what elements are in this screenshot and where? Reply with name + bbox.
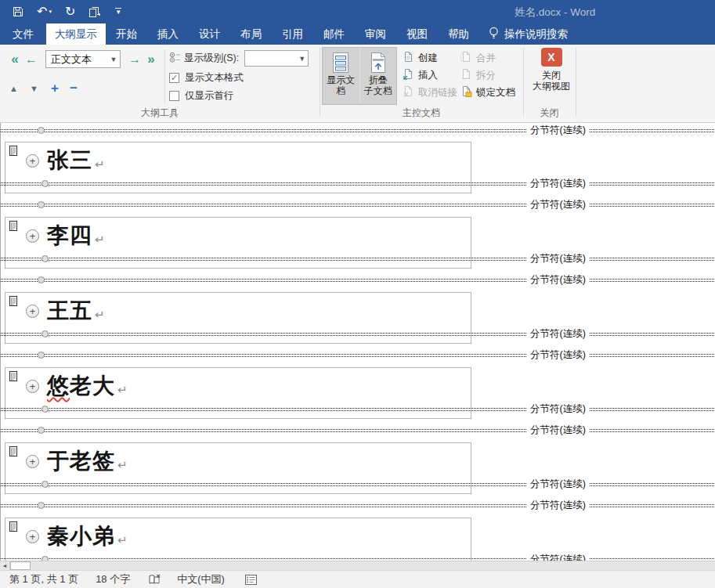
tab-开始[interactable]: 开始: [106, 23, 147, 45]
horizontal-scrollbar[interactable]: ◄: [0, 561, 715, 570]
tab-布局[interactable]: 布局: [230, 23, 272, 45]
tab-引用[interactable]: 引用: [272, 23, 313, 45]
body-text-marker[interactable]: [38, 427, 45, 434]
show-level-dropdown[interactable]: ▼: [244, 50, 309, 67]
paragraph-return-mark: ↵: [117, 458, 128, 472]
paragraph-return-mark: ↵: [95, 157, 105, 171]
ribbon: « ← 正文文本 ▼ → » ▲ ▼ + − 显示级别(S): ▼ ✓ 显示文本…: [0, 45, 715, 123]
subdocument-icon[interactable]: [9, 295, 18, 309]
show-document-button[interactable]: 显示文档: [323, 48, 359, 104]
section-break-label: 分节符(连续): [527, 553, 589, 561]
expand-heading-icon[interactable]: +: [26, 154, 39, 168]
save-icon[interactable]: [13, 6, 23, 17]
group-label-outline-tools: 大纲工具: [0, 106, 320, 120]
merge-subdocument-button: 合并: [460, 50, 496, 66]
tab-视图[interactable]: 视图: [396, 23, 438, 45]
show-text-format-checkbox[interactable]: ✓: [169, 73, 179, 83]
customize-quick-access-icon[interactable]: ▼: [115, 8, 121, 16]
scrollbar-thumb[interactable]: [10, 561, 31, 570]
tab-帮助[interactable]: 帮助: [438, 23, 479, 45]
heading-text[interactable]: 悠老大: [47, 372, 115, 400]
group-label-close: 关闭: [523, 106, 576, 120]
document-outline-area: +张三↵+李四↵+王五↵+悠老大↵+于老签↵+秦小弟↵分节符(连续)分节符(连续…: [0, 123, 715, 561]
body-text-marker[interactable]: [38, 276, 45, 283]
heading-text[interactable]: 于老签: [47, 447, 115, 475]
section-break-line: 分节符(连续): [1, 408, 715, 411]
show-level-row: 显示级别(S): ▼: [169, 50, 309, 67]
move-down-icon[interactable]: ▼: [28, 84, 40, 93]
outline-heading: +李四↵: [26, 222, 105, 250]
subdocument-icon[interactable]: [9, 145, 18, 159]
heading-text[interactable]: 王五: [47, 297, 92, 325]
subdocument-icon[interactable]: [9, 220, 18, 234]
body-text-marker[interactable]: [38, 201, 45, 208]
subdocument-icon[interactable]: [9, 446, 18, 460]
tab-设计[interactable]: 设计: [189, 23, 230, 45]
body-text-marker[interactable]: [42, 556, 49, 561]
expand-heading-icon[interactable]: +: [26, 305, 39, 318]
tab-邮件[interactable]: 邮件: [313, 23, 355, 45]
macro-record-icon[interactable]: [245, 575, 257, 585]
window-title: 姓名.docx - Word: [515, 5, 595, 20]
master-doc-toggle-buttons: 显示文档 折叠子文档: [322, 47, 397, 105]
tab-outline-active[interactable]: 大纲显示: [46, 23, 106, 45]
body-text-marker[interactable]: [42, 180, 49, 187]
outline-heading: +于老签↵: [26, 447, 128, 475]
expand-icon[interactable]: +: [49, 81, 61, 96]
language-status[interactable]: 中文(中国): [177, 572, 225, 586]
page-number-status[interactable]: 第 1 页, 共 1 页: [9, 572, 78, 586]
word-count-status[interactable]: 18 个字: [96, 572, 130, 586]
section-break-label: 分节符(连续): [527, 499, 589, 511]
body-text-marker[interactable]: [38, 502, 45, 509]
body-text-marker[interactable]: [38, 127, 45, 134]
heading-text[interactable]: 张三: [47, 146, 92, 175]
outline-heading: +张三↵: [26, 146, 105, 175]
show-first-line-checkbox[interactable]: [169, 91, 179, 101]
expand-heading-icon[interactable]: +: [26, 380, 39, 393]
subdocument-icon[interactable]: [9, 370, 18, 384]
insert-subdocument-button[interactable]: 插入: [403, 67, 438, 83]
unlink-icon: [403, 85, 414, 99]
outline-level-combobox[interactable]: 正文文本 ▼: [45, 50, 121, 68]
heading-text[interactable]: 秦小弟: [47, 522, 115, 550]
title-bar: ↶▾ ↻ ▼ 姓名.docx - Word: [0, 0, 715, 23]
create-subdocument-button[interactable]: 创建: [403, 50, 438, 66]
tab-search-box[interactable]: 操作说明搜索: [479, 23, 577, 45]
promote-to-heading1-icon[interactable]: «: [6, 52, 23, 67]
body-text-marker[interactable]: [38, 352, 45, 359]
misspelled-text: 悠: [47, 373, 70, 398]
body-text-marker[interactable]: [42, 481, 49, 488]
body-text-marker[interactable]: [42, 406, 49, 413]
document-pages-icon[interactable]: [88, 6, 102, 18]
outline-promote-row: « ← 正文文本 ▼ → »: [6, 50, 160, 68]
expand-heading-icon[interactable]: +: [26, 229, 39, 243]
show-first-line-label: 仅显示首行: [185, 89, 234, 103]
expand-heading-icon[interactable]: +: [26, 530, 39, 543]
collapse-icon[interactable]: −: [67, 81, 80, 96]
button-label: 创建: [418, 52, 438, 65]
close-outline-view-button[interactable]: X 关闭大纲视图: [531, 48, 572, 92]
expand-heading-icon[interactable]: +: [26, 455, 39, 468]
group-label-master-document: 主控文档: [320, 106, 523, 120]
move-up-icon[interactable]: ▲: [8, 84, 20, 93]
body-text-marker[interactable]: [42, 330, 49, 337]
demote-to-bodytext-icon[interactable]: »: [143, 52, 160, 67]
tab-插入[interactable]: 插入: [147, 23, 189, 45]
collapse-subdocuments-button[interactable]: 折叠子文档: [360, 48, 397, 104]
show-levels-icon: [169, 52, 181, 66]
proofing-errors-icon[interactable]: [149, 574, 161, 585]
scroll-left-arrow-icon[interactable]: ◄: [0, 561, 10, 570]
body-text-marker[interactable]: [42, 255, 49, 262]
tab-审阅[interactable]: 审阅: [355, 23, 396, 45]
section-break-label: 分节符(连续): [527, 273, 589, 286]
lock-document-button[interactable]: 锁定文档: [460, 85, 515, 100]
redo-icon[interactable]: ↻: [65, 5, 75, 18]
heading-text[interactable]: 李四: [47, 222, 92, 250]
tab-file[interactable]: 文件: [0, 23, 46, 45]
demote-icon[interactable]: →: [127, 52, 143, 67]
section-break-line: 分节符(连续): [1, 483, 715, 486]
subdocument-icon[interactable]: [9, 521, 18, 535]
undo-icon[interactable]: ↶▾: [37, 5, 52, 18]
promote-icon[interactable]: ←: [23, 52, 39, 67]
lock-document-icon: [460, 85, 472, 99]
